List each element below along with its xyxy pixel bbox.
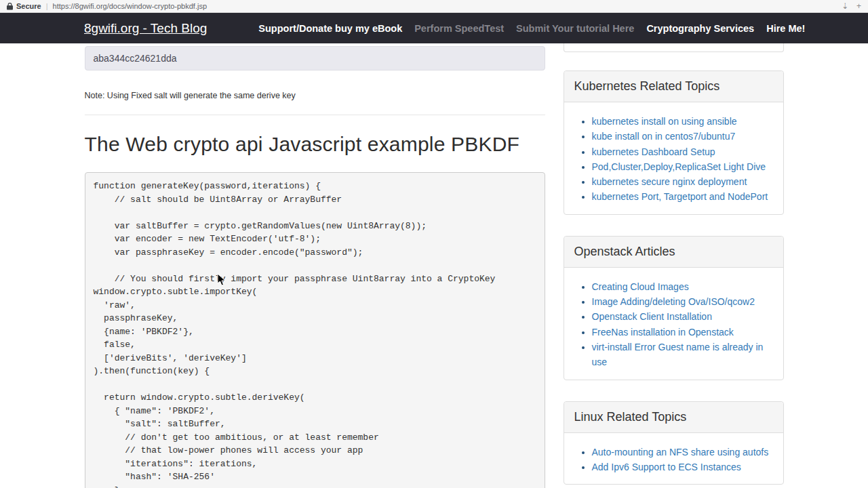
sidebar-link[interactable]: Add Ipv6 Support to ECS Instances	[592, 462, 741, 472]
panel-title: Kubernetes Related Topics	[574, 79, 773, 94]
list-item: kubernetes secure nginx deployment	[592, 174, 773, 189]
sidebar-link[interactable]: Openstack Client Installation	[592, 311, 712, 322]
download-icon[interactable]: ⇣	[842, 1, 848, 11]
sidebar-link[interactable]: kubernetes Dashboard Setup	[592, 146, 715, 157]
section-divider	[85, 115, 545, 115]
list-item: virt-install Error Guest name is already…	[592, 340, 773, 370]
panel-body: Creating Cloud Images Image Adding/delet…	[564, 268, 783, 380]
sidebar: Kubernetes Related Topics kubernetes ins…	[564, 43, 784, 488]
nav-item-hire-me[interactable]: Hire Me!	[766, 23, 805, 34]
fixed-salt-note: Note: Using Fixed salt will generate the…	[85, 91, 545, 100]
panel-heading: Openstack Articles	[564, 237, 783, 268]
site-navbar: 8gwifi.org - Tech Blog Support/Donate bu…	[0, 13, 868, 43]
list-item: Pod,Cluster,Deploy,ReplicaSet Light Dive	[592, 159, 773, 174]
list-item: kubernetes install on using ansible	[592, 114, 773, 129]
list-item: kubernetes Port, Targetport and NodePort	[592, 189, 773, 204]
nav-item-support-donate[interactable]: Support/Donate buy my eBook	[258, 23, 402, 34]
nav-item-speedtest[interactable]: Perform SpeedTest	[414, 23, 504, 34]
nav-item-submit-tutorial[interactable]: Submit Your tutorial Here	[516, 23, 634, 34]
new-tab-icon[interactable]: +	[856, 1, 861, 11]
security-label: Secure	[16, 2, 41, 10]
nav-item-cryptography-services[interactable]: Cryptography Services	[646, 23, 754, 34]
sidebar-link[interactable]: Auto-mounting an NFS share using autofs	[592, 447, 769, 458]
list-item: Auto-mounting an NFS share using autofs	[592, 445, 773, 460]
sidebar-link[interactable]: kube install on in centos7/ubuntu7	[592, 131, 736, 142]
partial-panel-bottom	[564, 43, 784, 52]
sidebar-link[interactable]: FreeNas installation in Openstack	[592, 327, 734, 338]
list-item: kubernetes Dashboard Setup	[592, 144, 773, 159]
sidebar-link[interactable]: kubernetes install on using ansible	[592, 116, 737, 127]
lock-icon	[7, 3, 13, 10]
list-item: Add Ipv6 Support to ECS Instances	[592, 460, 773, 474]
sidebar-link[interactable]: Image Adding/deleting Ova/ISO/qcow2	[592, 296, 755, 307]
panel-body: kubernetes install on using ansible kube…	[564, 102, 783, 214]
sidebar-link[interactable]: kubernetes Port, Targetport and NodePort	[592, 191, 768, 202]
list-item: Creating Cloud Images	[592, 279, 773, 294]
page-title: The Web crypto api Javascript example PB…	[85, 133, 545, 156]
panel-heading: Linux Related Topics	[564, 402, 783, 433]
list-item: Openstack Client Installation	[592, 309, 773, 324]
derived-key-output-field[interactable]: aba344cc24621dda	[85, 46, 545, 70]
sidebar-link[interactable]: kubernetes secure nginx deployment	[592, 176, 747, 187]
panel-heading: Kubernetes Related Topics	[564, 71, 783, 102]
list-item: FreeNas installation in Openstack	[592, 325, 773, 340]
panel-linux-topics: Linux Related Topics Auto-mounting an NF…	[564, 401, 784, 485]
main-navigation: Support/Donate buy my eBook Perform Spee…	[258, 23, 805, 34]
site-brand[interactable]: 8gwifi.org - Tech Blog	[84, 21, 207, 36]
javascript-code-block: function generateKey(password,iterations…	[85, 172, 545, 488]
sidebar-link[interactable]: virt-install Error Guest name is already…	[592, 342, 764, 367]
main-content: aba344cc24621dda Note: Using Fixed salt …	[85, 43, 545, 488]
panel-body: Auto-mounting an NFS share using autofs …	[564, 433, 783, 485]
list-item: kube install on in centos7/ubuntu7	[592, 129, 773, 144]
panel-title: Linux Related Topics	[574, 410, 773, 424]
panel-openstack-articles: Openstack Articles Creating Cloud Images…	[564, 236, 784, 380]
browser-address-bar[interactable]: Secure | https://8gwifi.org/docs/window-…	[0, 0, 868, 13]
panel-kubernetes-topics: Kubernetes Related Topics kubernetes ins…	[564, 70, 784, 215]
panel-title: Openstack Articles	[574, 245, 773, 259]
sidebar-link[interactable]: Creating Cloud Images	[592, 281, 689, 292]
address-divider: |	[46, 2, 48, 10]
list-item: Image Adding/deleting Ova/ISO/qcow2	[592, 294, 773, 309]
url-text[interactable]: https://8gwifi.org/docs/window-crypto-pb…	[53, 2, 207, 10]
sidebar-link[interactable]: Pod,Cluster,Deploy,ReplicaSet Light Dive	[592, 161, 766, 172]
